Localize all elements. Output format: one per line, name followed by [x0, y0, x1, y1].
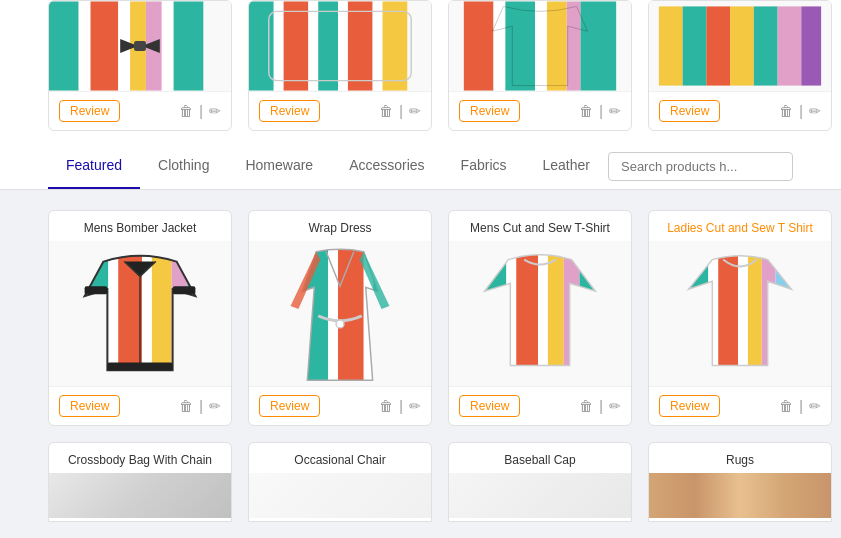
product-image-top-4 [649, 1, 831, 91]
review-button-bomber[interactable]: Review [59, 395, 120, 417]
product-card-top-1: Review 🗑 | ✏ [48, 0, 232, 131]
product-card-crossbody-bag: Crossbody Bag With Chain [48, 442, 232, 522]
action-icons-top-2: 🗑 | ✏ [379, 103, 421, 119]
edit-icon-top-4[interactable]: ✏ [809, 103, 821, 119]
product-card-footer-bomber: Review 🗑 | ✏ [49, 386, 231, 425]
review-button-mens-tshirt[interactable]: Review [459, 395, 520, 417]
delete-icon-bomber[interactable]: 🗑 [179, 398, 193, 414]
svg-rect-2 [91, 1, 119, 90]
tab-leather[interactable]: Leather [525, 143, 608, 189]
review-button-top-2[interactable]: Review [259, 100, 320, 122]
review-button-top-4[interactable]: Review [659, 100, 720, 122]
product-card-bomber-jacket: Mens Bomber Jacket [48, 210, 232, 426]
edit-icon-top-2[interactable]: ✏ [409, 103, 421, 119]
tab-homeware[interactable]: Homeware [227, 143, 331, 189]
product-card-footer-top-4: Review 🗑 | ✏ [649, 91, 831, 130]
svg-rect-14 [338, 1, 348, 90]
svg-rect-24 [547, 1, 567, 90]
product-image-svg-4 [649, 1, 831, 91]
product-card-footer-mens-tshirt: Review 🗑 | ✏ [449, 386, 631, 425]
tab-accessories[interactable]: Accessories [331, 143, 442, 189]
product-image-rugs [649, 473, 831, 518]
review-button-wrap-dress[interactable]: Review [259, 395, 320, 417]
tabs-list: Featured Clothing Homeware Accessories F… [48, 143, 608, 189]
svg-rect-15 [348, 1, 373, 90]
product-card-mens-tshirt: Mens Cut and Sew T-Shirt [448, 210, 632, 426]
product-image-svg-2 [249, 1, 431, 91]
tab-clothing[interactable]: Clothing [140, 143, 227, 189]
ladies-tshirt-svg [649, 241, 831, 386]
delete-icon-ladies-tshirt[interactable]: 🗑 [779, 398, 793, 414]
svg-rect-25 [567, 1, 581, 90]
delete-icon-top-1[interactable]: 🗑 [179, 103, 193, 119]
svg-rect-1 [79, 1, 91, 90]
products-section: Mens Bomber Jacket [0, 190, 841, 522]
svg-rect-11 [284, 1, 309, 90]
product-card-footer-wrap-dress: Review 🗑 | ✏ [249, 386, 431, 425]
product-card-footer-top-3: Review 🗑 | ✏ [449, 91, 631, 130]
edit-icon-mens-tshirt[interactable]: ✏ [609, 398, 621, 414]
product-card-top-4: Review 🗑 | ✏ [648, 0, 832, 131]
top-product-row: Review 🗑 | ✏ [0, 0, 841, 143]
delete-icon-top-3[interactable]: 🗑 [579, 103, 593, 119]
product-title-bomber-jacket: Mens Bomber Jacket [49, 211, 231, 241]
svg-rect-23 [535, 1, 547, 90]
product-title-wrap-dress: Wrap Dress [249, 211, 431, 241]
svg-rect-47 [107, 362, 172, 370]
svg-rect-46 [173, 286, 196, 294]
svg-point-54 [336, 320, 344, 328]
product-image-top-1 [49, 1, 231, 91]
svg-rect-31 [706, 6, 730, 85]
products-row-2: Crossbody Bag With Chain Occasional Chai… [48, 442, 793, 522]
product-image-ladies-tshirt [649, 241, 831, 386]
action-icons-top-4: 🗑 | ✏ [779, 103, 821, 119]
edit-icon-top-3[interactable]: ✏ [609, 103, 621, 119]
svg-rect-35 [801, 6, 821, 85]
product-card-ladies-tshirt: Ladies Cut and Sew T Shirt [648, 210, 832, 426]
delete-icon-top-4[interactable]: 🗑 [779, 103, 793, 119]
svg-rect-16 [373, 1, 383, 90]
edit-icon-wrap-dress[interactable]: ✏ [409, 398, 421, 414]
delete-icon-wrap-dress[interactable]: 🗑 [379, 398, 393, 414]
edit-icon-top-1[interactable]: ✏ [209, 103, 221, 119]
product-image-svg-3 [449, 1, 631, 91]
delete-icon-top-2[interactable]: 🗑 [379, 103, 393, 119]
action-icons-ladies-tshirt: 🗑 | ✏ [779, 398, 821, 414]
tab-featured[interactable]: Featured [48, 143, 140, 189]
svg-rect-12 [308, 1, 318, 90]
product-card-rugs: Rugs [648, 442, 832, 522]
svg-rect-17 [383, 1, 408, 90]
search-input[interactable] [608, 152, 793, 181]
svg-rect-29 [659, 6, 683, 85]
product-image-bomber-jacket [49, 241, 231, 386]
svg-rect-13 [318, 1, 338, 90]
tab-fabrics[interactable]: Fabrics [443, 143, 525, 189]
edit-icon-bomber[interactable]: ✏ [209, 398, 221, 414]
product-image-crossbody-bag [49, 473, 231, 518]
review-button-top-3[interactable]: Review [459, 100, 520, 122]
review-button-top-1[interactable]: Review [59, 100, 120, 122]
product-card-footer-top-1: Review 🗑 | ✏ [49, 91, 231, 130]
product-title-mens-tshirt: Mens Cut and Sew T-Shirt [449, 211, 631, 241]
svg-rect-33 [754, 6, 778, 85]
delete-icon-mens-tshirt[interactable]: 🗑 [579, 398, 593, 414]
product-image-occasional-chair [249, 473, 431, 518]
edit-icon-ladies-tshirt[interactable]: ✏ [809, 398, 821, 414]
product-title-crossbody-bag: Crossbody Bag With Chain [49, 443, 231, 473]
wrap-dress-svg [249, 241, 431, 386]
product-card-occasional-chair: Occasional Chair [248, 442, 432, 522]
product-image-mens-tshirt [449, 241, 631, 386]
svg-rect-45 [85, 286, 108, 294]
svg-rect-7 [174, 1, 204, 90]
product-title-rugs: Rugs [649, 443, 831, 473]
product-card-wrap-dress: Wrap Dress [248, 210, 432, 426]
tabs-section: Featured Clothing Homeware Accessories F… [0, 143, 841, 190]
svg-rect-30 [683, 6, 707, 85]
bomber-jacket-svg [49, 241, 231, 386]
review-button-ladies-tshirt[interactable]: Review [659, 395, 720, 417]
product-title-ladies-tshirt: Ladies Cut and Sew T Shirt [649, 211, 831, 241]
product-image-svg-1 [49, 1, 231, 91]
action-icons-top-3: 🗑 | ✏ [579, 103, 621, 119]
action-icons-mens-tshirt: 🗑 | ✏ [579, 398, 621, 414]
mens-tshirt-svg [449, 241, 631, 386]
